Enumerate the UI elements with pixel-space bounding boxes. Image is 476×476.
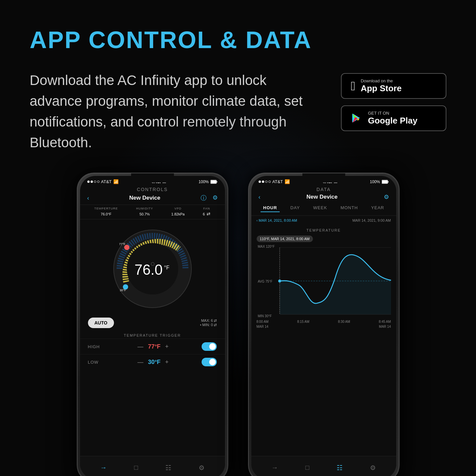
svg-rect-13 bbox=[388, 181, 388, 182]
svg-text:30°F: 30°F bbox=[120, 289, 126, 292]
max-min: MAX: 6 ⇄ • MIN: 0 ⇄ bbox=[200, 319, 217, 327]
tab-hour[interactable]: HOUR bbox=[261, 204, 280, 212]
controls-nav: ‹ New Device ⓘ ⚙ bbox=[80, 194, 225, 205]
carrier-2: AT&T bbox=[272, 179, 283, 184]
app-store-button[interactable]:  Download on the App Store bbox=[341, 73, 446, 99]
device-name-2: New Device bbox=[306, 194, 338, 200]
temp-label: TEMPERTURE bbox=[94, 207, 118, 210]
chart-tooltip: 110°F, MAR 14, 2021, 8:00 AM bbox=[257, 236, 313, 242]
battery-pct-1: 100% bbox=[199, 180, 209, 184]
metric-vpd: VPD 1.82kPa bbox=[171, 207, 184, 217]
home-icon-2: → bbox=[271, 464, 278, 471]
settings-icon-2[interactable]: ⚙ bbox=[384, 193, 389, 201]
google-play-icon bbox=[351, 112, 363, 124]
dot8 bbox=[268, 181, 271, 183]
auto-row: AUTO MAX: 6 ⇄ • MIN: 0 ⇄ bbox=[80, 315, 225, 331]
x-date-4: MAR 14 bbox=[379, 325, 391, 328]
dot1 bbox=[87, 181, 90, 183]
tab-month[interactable]: MONTH bbox=[338, 204, 361, 212]
auto-button[interactable]: AUTO bbox=[88, 318, 114, 328]
controls-phone-screen: AT&T 📶 4:48PM 100% bbox=[80, 176, 225, 476]
time-tabs: HOUR DAY WEEK MONTH YEAR bbox=[251, 204, 396, 216]
data-nav: ‹ New Device ⚙ bbox=[251, 193, 396, 204]
settings-icon: ⚙ bbox=[199, 464, 205, 472]
svg-rect-1 bbox=[216, 181, 217, 182]
data-phone-wrapper: AT&T 📶 4:48PM 100% bbox=[248, 173, 400, 476]
bottom-nav-device[interactable]: □ bbox=[134, 464, 138, 471]
gauge-container: ◯ 76.0 °F 77°F 30°F bbox=[80, 219, 225, 315]
vpd-value: 1.82kPa bbox=[171, 210, 184, 217]
home-icon: → bbox=[100, 464, 107, 471]
x-label-2: 8:15 AM bbox=[297, 320, 309, 323]
max-label: MAX: 6 ⇄ bbox=[200, 319, 217, 323]
high-value: 77°F bbox=[148, 343, 160, 350]
status-right-1: 100% bbox=[199, 180, 218, 184]
chart-canvas bbox=[280, 245, 391, 319]
status-right-2: 100% bbox=[370, 180, 389, 184]
date-left[interactable]: ‹ MAR 14, 2021, 8:00 AM bbox=[257, 218, 297, 222]
controls-screen-title: CONTROLS bbox=[80, 187, 225, 192]
signal-dots-2 bbox=[259, 181, 271, 183]
high-toggle[interactable] bbox=[202, 342, 217, 351]
metric-temperature: TEMPERTURE 76.0°F bbox=[94, 207, 118, 217]
bottom-nav-settings-2[interactable]: ⚙ bbox=[370, 464, 376, 472]
back-icon-1[interactable]: ‹ bbox=[87, 195, 89, 202]
google-play-text: GET IT ON Google Play bbox=[368, 111, 417, 126]
date-nav: ‹ MAR 14, 2021, 8:00 AM MAR 14, 2021, 9:… bbox=[251, 216, 396, 225]
controls-header: CONTROLS bbox=[80, 185, 225, 194]
temperature-chart-svg bbox=[280, 245, 391, 317]
y-axis-labels: MAX 120°F AVG 75°F MIN 30°F bbox=[257, 245, 278, 319]
settings-icon-1[interactable]: ⚙ bbox=[212, 194, 218, 202]
svg-text:77°F: 77°F bbox=[119, 242, 126, 246]
bottom-nav-data-2[interactable]: ☷ bbox=[337, 464, 343, 472]
high-plus-button[interactable]: + bbox=[165, 343, 169, 350]
x-axis-dates: MAR 14 MAR 14 bbox=[257, 325, 391, 328]
phone-notch-1 bbox=[131, 173, 174, 182]
vpd-label: VPD bbox=[171, 207, 184, 210]
y-max-label: MAX 120°F bbox=[258, 245, 276, 248]
device-icon: □ bbox=[134, 464, 138, 471]
low-toggle[interactable] bbox=[202, 358, 217, 366]
back-icon-2[interactable]: ‹ bbox=[259, 194, 261, 201]
dot7 bbox=[265, 181, 267, 183]
fan-label: FAN bbox=[203, 207, 210, 210]
high-trigger-controls: — 77°F + bbox=[137, 343, 169, 350]
google-play-button[interactable]: GET IT ON Google Play bbox=[341, 105, 446, 131]
low-trigger-controls: — 30°F + bbox=[137, 359, 169, 366]
bottom-nav-2: → □ ☷ ⚙ bbox=[251, 456, 396, 476]
low-label: LOW bbox=[88, 360, 104, 365]
low-value: 30°F bbox=[148, 359, 160, 366]
google-play-large-text: Google Play bbox=[368, 116, 417, 126]
bottom-nav-home[interactable]: → bbox=[100, 464, 107, 471]
high-label: HIGH bbox=[88, 344, 104, 349]
temp-value: 76.0°F bbox=[94, 210, 118, 217]
x-label-3: 8:30 AM bbox=[338, 320, 350, 323]
dot6 bbox=[262, 181, 264, 183]
wifi-icon-2: 📶 bbox=[285, 179, 290, 184]
high-minus-button[interactable]: — bbox=[137, 343, 143, 350]
y-avg-label: AVG 75°F bbox=[258, 280, 276, 283]
nav-icons-right-1: ⓘ ⚙ bbox=[201, 194, 218, 202]
phones-section: AT&T 📶 4:48PM 100% bbox=[30, 173, 446, 476]
tab-day[interactable]: DAY bbox=[288, 204, 303, 212]
info-icon-1[interactable]: ⓘ bbox=[201, 194, 207, 202]
bottom-nav-home-2[interactable]: → bbox=[271, 464, 278, 471]
tab-year[interactable]: YEAR bbox=[369, 204, 387, 212]
app-store-text: Download on the App Store bbox=[361, 78, 402, 94]
bottom-nav-data[interactable]: ☷ bbox=[165, 464, 171, 472]
controls-phone-wrapper: AT&T 📶 4:48PM 100% bbox=[77, 173, 228, 476]
description-text: Download the AC Infinity app to unlock a… bbox=[30, 70, 321, 153]
metrics-row: TEMPERTURE 76.0°F HUMIDITY 50.7% bbox=[80, 205, 225, 219]
bottom-nav-device-2[interactable]: □ bbox=[305, 464, 309, 471]
app-buttons-container:  Download on the App Store bbox=[341, 73, 446, 131]
low-minus-button[interactable]: — bbox=[137, 359, 143, 366]
dot2 bbox=[91, 181, 93, 183]
phone-notch-2 bbox=[302, 173, 345, 182]
low-plus-button[interactable]: + bbox=[165, 359, 169, 366]
date-right: MAR 14, 2021, 9:00 AM bbox=[352, 218, 391, 222]
tab-week[interactable]: WEEK bbox=[311, 204, 330, 212]
chart-title: TEMPERATURE bbox=[257, 228, 391, 232]
metric-fan: FAN 6 ⇄ bbox=[203, 207, 210, 217]
data-header: DATA bbox=[251, 185, 396, 193]
bottom-nav-settings[interactable]: ⚙ bbox=[199, 464, 205, 472]
